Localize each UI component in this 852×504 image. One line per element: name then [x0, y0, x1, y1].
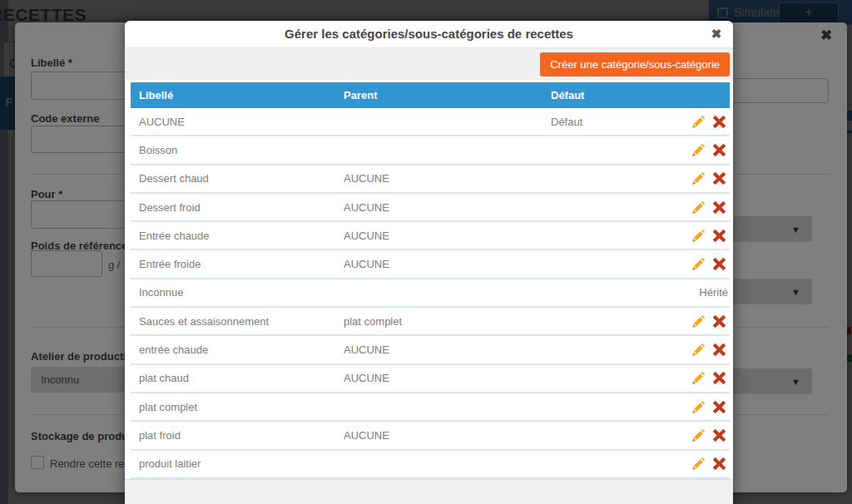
cell-libelle: AUCUNE: [131, 116, 344, 128]
table-row: Dessert froid AUCUNE: [131, 194, 730, 222]
row-actions: [656, 455, 730, 473]
cell-libelle: Dessert froid: [131, 201, 344, 214]
delete-cross-icon[interactable]: [710, 255, 728, 274]
edit-pencil-icon[interactable]: [689, 255, 707, 274]
edit-pencil-icon[interactable]: [689, 198, 707, 216]
row-actions: [656, 226, 730, 245]
table-row: plat froid AUCUNE: [131, 422, 730, 450]
row-actions: [656, 112, 730, 131]
table-row: AUCUNE Défaut: [131, 108, 730, 136]
table-row: plat chaud AUCUNE: [131, 365, 730, 393]
row-actions: [656, 369, 730, 388]
cell-libelle: Entrée froide: [131, 258, 344, 270]
delete-cross-icon[interactable]: [710, 455, 728, 473]
cell-parent: plat complet: [344, 315, 551, 328]
cell-libelle: Entrée chaude: [131, 230, 344, 242]
categories-toolbar: Créer une catégorie/sous-catégorie: [125, 47, 733, 80]
categories-modal: Gérer les catégories/sous-catégories de …: [125, 21, 733, 504]
edit-pencil-icon[interactable]: [689, 341, 707, 359]
edit-pencil-icon[interactable]: [689, 170, 707, 188]
row-actions: [656, 255, 730, 274]
cell-parent: AUCUNE: [344, 372, 551, 384]
cell-parent: AUCUNE: [344, 258, 551, 270]
edit-pencil-icon[interactable]: [689, 112, 707, 131]
table-body: AUCUNE Défaut Boisson: [131, 108, 730, 479]
cell-libelle: produit laitier: [131, 457, 344, 470]
row-actions: Hérité: [656, 286, 730, 299]
modal-title: Gérer les catégories/sous-catégories de …: [125, 21, 733, 47]
table-row: entrée chaude AUCUNE: [131, 336, 730, 364]
column-header-parent: Parent: [344, 89, 551, 101]
table-row: Inconnue Hérité: [131, 279, 730, 308]
table-row: plat complet: [131, 393, 730, 422]
row-actions: [656, 398, 730, 416]
delete-cross-icon[interactable]: [710, 112, 728, 131]
close-icon[interactable]: ✖: [706, 24, 726, 44]
row-actions: [656, 341, 730, 359]
cell-parent: AUCUNE: [344, 429, 551, 442]
edit-pencil-icon[interactable]: [689, 141, 707, 159]
cell-libelle: plat complet: [131, 401, 344, 413]
delete-cross-icon[interactable]: [710, 398, 728, 416]
edit-pencil-icon[interactable]: [689, 398, 707, 416]
row-actions: [656, 312, 730, 330]
edit-pencil-icon[interactable]: [689, 226, 707, 245]
cell-parent: AUCUNE: [344, 230, 551, 242]
row-actions: [656, 426, 730, 444]
table-row: produit laitier: [131, 451, 730, 479]
table-row: Dessert chaud AUCUNE: [131, 166, 730, 194]
cell-libelle: plat froid: [131, 429, 344, 442]
delete-cross-icon[interactable]: [710, 141, 728, 159]
cell-libelle: Dessert chaud: [131, 172, 344, 185]
column-header-defaut: Défaut: [551, 89, 656, 101]
delete-cross-icon[interactable]: [710, 369, 728, 388]
delete-cross-icon[interactable]: [710, 226, 728, 245]
row-actions: [656, 141, 730, 159]
edit-pencil-icon[interactable]: [689, 426, 707, 444]
cell-parent: AUCUNE: [344, 343, 551, 356]
table-header-row: Libellé Parent Défaut: [131, 82, 730, 108]
create-category-button[interactable]: Créer une catégorie/sous-catégorie: [540, 52, 730, 77]
cell-parent: AUCUNE: [344, 201, 551, 214]
edit-pencil-icon[interactable]: [689, 455, 707, 473]
cell-trailing-text: Hérité: [699, 286, 728, 299]
table-row: Entrée chaude AUCUNE: [131, 222, 730, 250]
delete-cross-icon[interactable]: [710, 170, 728, 188]
cell-libelle: entrée chaude: [131, 343, 344, 356]
cell-defaut: Défaut: [551, 116, 656, 128]
edit-pencil-icon[interactable]: [689, 369, 707, 388]
cell-libelle: Boisson: [131, 144, 344, 156]
categories-modal-header: Gérer les catégories/sous-catégories de …: [125, 21, 733, 47]
cell-libelle: Inconnue: [131, 286, 344, 299]
edit-pencil-icon[interactable]: [689, 312, 707, 330]
column-header-libelle: Libellé: [131, 89, 344, 101]
delete-cross-icon[interactable]: [710, 198, 728, 216]
cell-libelle: Sauces et assaisonnement: [131, 315, 344, 328]
cell-libelle: plat chaud: [131, 372, 344, 384]
delete-cross-icon[interactable]: [710, 341, 728, 359]
categories-table: Libellé Parent Défaut AUCUNE Défaut: [131, 82, 730, 479]
table-row: Sauces et assaisonnement plat complet: [131, 308, 730, 336]
table-row: Entrée froide AUCUNE: [131, 250, 730, 279]
row-actions: [656, 198, 730, 216]
delete-cross-icon[interactable]: [710, 312, 728, 330]
cell-parent: AUCUNE: [344, 172, 551, 185]
table-row: Boisson: [131, 136, 730, 165]
delete-cross-icon[interactable]: [710, 426, 728, 444]
screen: RECETTES C F Simulateur + ✖ Libellé * Co…: [0, 0, 852, 504]
categories-modal-footer: [125, 479, 733, 504]
row-actions: [656, 170, 730, 188]
